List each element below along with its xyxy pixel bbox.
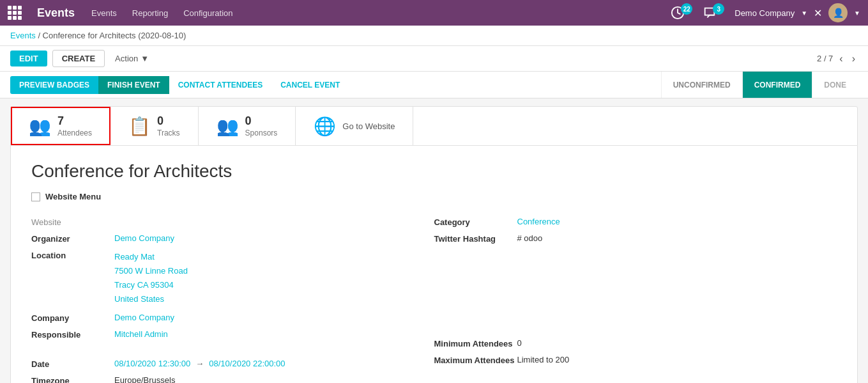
max-attendees-label: Maximum Attendees	[434, 355, 517, 365]
timezone-value: Europe/Brussels	[114, 375, 175, 383]
category-value[interactable]: Conference	[517, 217, 560, 226]
prev-record-button[interactable]: ‹	[837, 52, 845, 66]
location-row: Location Ready Mat7500 W Linne RoadTracy…	[31, 250, 434, 306]
organizer-label: Organizer	[31, 233, 114, 244]
main-content: 👥 7 Attendees 📋 0 Tracks 👥 0 Sponsors 🌐	[0, 106, 868, 383]
navbar-menu: Events Reporting Configuration	[85, 4, 660, 22]
company-value[interactable]: Demo Company	[114, 313, 174, 322]
date-value: 08/10/2020 12:30:00 → 08/10/2020 22:00:0…	[114, 359, 286, 368]
avatar-dropdown-icon[interactable]: ▼	[854, 10, 860, 17]
action-dropdown-arrow: ▼	[141, 54, 149, 63]
twitter-value: # odoo	[517, 233, 543, 243]
website-menu-row: Website Menu	[31, 192, 837, 201]
breadcrumb-parent-link[interactable]: Events	[10, 31, 36, 40]
date-row: Date 08/10/2020 12:30:00 → 08/10/2020 22…	[31, 359, 434, 369]
cancel-event-button[interactable]: CANCEL EVENT	[271, 76, 349, 94]
clock-badge: 22	[681, 3, 692, 15]
tracks-count: 0	[157, 114, 180, 128]
max-attendees-row: Maximum Attendees Limited to 200	[434, 355, 837, 365]
finish-event-button[interactable]: FINISH EVENT	[98, 76, 169, 94]
category-label: Category	[434, 217, 517, 227]
attendees-icon: 👥	[29, 116, 51, 137]
action-label: Action	[115, 54, 138, 63]
responsible-value[interactable]: Mitchell Admin	[114, 329, 168, 339]
attendees-label: Attendees	[57, 129, 92, 137]
max-attendees-value: Limited to 200	[517, 355, 570, 364]
form-right-col: Category Conference Twitter Hashtag # od…	[434, 217, 837, 383]
sponsors-icon: 👥	[217, 116, 239, 137]
sponsors-button[interactable]: 👥 0 Sponsors	[199, 107, 296, 145]
form-area: Conference for Architects Website Menu W…	[10, 146, 858, 383]
category-row: Category Conference	[434, 217, 837, 227]
navbar: Events Events Reporting Configuration 22…	[0, 0, 868, 26]
chat-icon-wrap[interactable]: 3	[703, 6, 728, 20]
form-left-col: Website Organizer Demo Company Location …	[31, 217, 434, 383]
button-bar: PREVIEW BADGES FINISH EVENT CONTACT ATTE…	[0, 72, 868, 98]
website-label: Go to Website	[342, 121, 395, 131]
action-dropdown[interactable]: Action ▼	[115, 54, 149, 63]
status-done[interactable]: DONE	[812, 72, 858, 98]
location-label: Location	[31, 250, 114, 260]
timezone-label: Timezone	[31, 375, 114, 383]
twitter-label: Twitter Hashtag	[434, 233, 517, 244]
nav-events[interactable]: Events	[85, 4, 123, 22]
website-button[interactable]: 🌐 Go to Website	[296, 107, 413, 145]
location-value[interactable]: Ready Mat7500 W Linne RoadTracy CA 95304…	[114, 250, 188, 306]
min-attendees-label: Minimum Attendees	[434, 338, 517, 348]
status-confirmed[interactable]: CONFIRMED	[742, 72, 812, 98]
edit-button[interactable]: EDIT	[10, 51, 47, 66]
company-row: Company Demo Company	[31, 313, 434, 323]
organizer-value[interactable]: Demo Company	[114, 233, 174, 243]
breadcrumb-separator: /	[38, 31, 42, 40]
app-grid-icon[interactable]	[8, 6, 22, 20]
twitter-row: Twitter Hashtag # odoo	[434, 233, 837, 244]
sponsors-label: Sponsors	[245, 129, 278, 137]
website-row: Website	[31, 217, 434, 227]
clock-icon-wrap[interactable]: 22	[671, 6, 696, 20]
website-menu-checkbox[interactable]	[31, 192, 40, 201]
contact-attendees-button[interactable]: CONTACT ATTENDEES	[169, 76, 271, 94]
breadcrumb-current: Conference for Architects (2020-08-10)	[43, 31, 187, 40]
close-icon[interactable]: ✕	[814, 7, 822, 19]
action-bar: EDIT CREATE Action ▼ 2 / 7 ‹ ›	[0, 46, 868, 72]
record-position: 2 / 7	[817, 54, 833, 63]
website-menu-label: Website Menu	[45, 192, 101, 201]
responsible-label: Responsible	[31, 329, 114, 340]
nav-reporting[interactable]: Reporting	[126, 4, 174, 22]
attendees-count: 7	[57, 114, 92, 128]
responsible-row: Responsible Mitchell Admin	[31, 329, 434, 340]
timezone-row: Timezone Europe/Brussels	[31, 375, 434, 383]
smart-buttons: 👥 7 Attendees 📋 0 Tracks 👥 0 Sponsors 🌐	[10, 106, 858, 146]
chat-badge: 3	[713, 3, 724, 15]
company-label: Company	[31, 313, 114, 323]
next-record-button[interactable]: ›	[849, 52, 858, 66]
tracks-button[interactable]: 📋 0 Tracks	[110, 107, 199, 145]
form-grid: Website Organizer Demo Company Location …	[31, 217, 837, 383]
date-end[interactable]: 08/10/2020 22:00:00	[209, 359, 285, 368]
organizer-row: Organizer Demo Company	[31, 233, 434, 244]
create-button[interactable]: CREATE	[52, 50, 105, 67]
nav-configuration[interactable]: Configuration	[177, 4, 239, 22]
min-attendees-value: 0	[517, 338, 522, 348]
sponsors-count: 0	[245, 114, 278, 128]
attendees-button[interactable]: 👥 7 Attendees	[11, 107, 110, 145]
breadcrumb: Events / Conference for Architects (2020…	[0, 26, 868, 46]
company-dropdown-icon[interactable]: ▼	[801, 10, 807, 17]
date-arrow: →	[195, 359, 204, 368]
preview-badges-button[interactable]: PREVIEW BADGES	[10, 76, 98, 94]
event-title: Conference for Architects	[31, 161, 837, 182]
date-start[interactable]: 08/10/2020 12:30:00	[114, 359, 190, 368]
navbar-right: 22 3 Demo Company ▼ ✕ 👤 ▼	[671, 3, 860, 22]
min-attendees-row: Minimum Attendees 0	[434, 338, 837, 348]
tracks-icon: 📋	[128, 116, 151, 137]
date-label: Date	[31, 359, 114, 369]
globe-icon: 🌐	[314, 116, 336, 137]
app-brand: Events	[37, 6, 75, 20]
status-bar: UNCONFIRMED CONFIRMED DONE	[661, 72, 858, 98]
website-label-field: Website	[31, 217, 114, 227]
avatar[interactable]: 👤	[828, 3, 848, 22]
status-unconfirmed[interactable]: UNCONFIRMED	[661, 72, 742, 98]
tracks-label: Tracks	[157, 129, 180, 137]
company-name[interactable]: Demo Company	[735, 8, 795, 18]
record-nav: 2 / 7 ‹ ›	[817, 52, 858, 66]
